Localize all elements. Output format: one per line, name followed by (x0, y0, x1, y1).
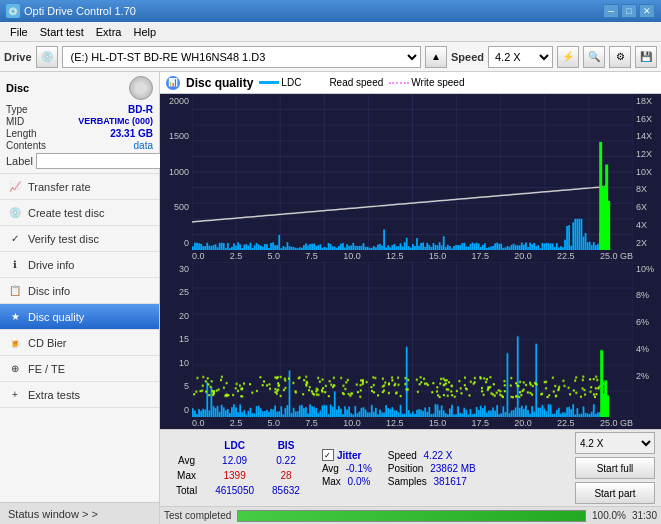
fe-te-label: FE / TE (28, 363, 65, 375)
stats-table: LDC BIS Avg 12.09 0.22 Max 1399 (166, 437, 310, 499)
sidebar-item-disc-info[interactable]: 📋 Disc info (0, 278, 159, 304)
start-full-button[interactable]: Start full (575, 457, 655, 479)
jitter-max-label: Max (322, 476, 341, 487)
create-test-disc-label: Create test disc (28, 207, 104, 219)
progress-percent: 100.0% (592, 510, 626, 521)
start-part-button[interactable]: Start part (575, 482, 655, 504)
chart-header: 📊 Disc quality LDC Read speed Write spee… (160, 72, 661, 94)
speed-label: Speed (451, 51, 484, 63)
bottom-chart-wrapper: 30 25 20 15 10 5 0 10% 8% 6% (160, 262, 661, 418)
chart-icon: 📊 (166, 76, 180, 90)
jitter-label: Jitter (337, 450, 361, 461)
maximize-button[interactable]: □ (621, 4, 637, 18)
status-text: Test completed (164, 510, 231, 521)
position-value: 23862 MB (430, 463, 476, 474)
left-panel: Disc Type BD-R MID VERBATIMc (000) Lengt… (0, 72, 160, 524)
menu-help[interactable]: Help (127, 25, 162, 39)
cd-bier-label: CD Bier (28, 337, 67, 349)
disc-label-input[interactable] (36, 153, 169, 169)
sidebar-item-verify-test-disc[interactable]: ✓ Verify test disc (0, 226, 159, 252)
action-speed-dropdown[interactable]: 4.2 X (575, 432, 655, 454)
progress-section: Test completed 100.0% 31:30 (160, 506, 661, 524)
extra-tests-label: Extra tests (28, 389, 80, 401)
right-panel: 📊 Disc quality LDC Read speed Write spee… (160, 72, 661, 524)
top-chart-y-axis-left: 2000 1500 1000 500 0 (160, 94, 192, 250)
extra-tests-icon: + (8, 388, 22, 402)
menu-bar: File Start test Extra Help (0, 22, 661, 42)
write-speed-legend: Write speed (389, 77, 464, 88)
speed-select[interactable]: 4.2 X (488, 46, 553, 68)
speed-info: Speed 4.22 X Position 23862 MB Samples 3… (388, 450, 476, 487)
contents-value: data (134, 140, 153, 151)
app-icon: 💿 (6, 4, 20, 18)
speed-btn[interactable]: ⚡ (557, 46, 579, 68)
top-chart-wrapper: 2000 1500 1000 500 0 18X 16X 14X 12X (160, 94, 661, 250)
avg-bis: 0.22 (264, 454, 308, 467)
jitter-avg-label: Avg (322, 463, 339, 474)
bottom-chart-x-axis: 0.02.55.07.5 10.012.515.017.5 20.022.525… (160, 417, 661, 429)
chart-title: Disc quality (186, 76, 253, 90)
samples-row: Samples 381617 (388, 476, 476, 487)
total-bis: 85632 (264, 484, 308, 497)
speed-row: Speed 4.22 X (388, 450, 476, 461)
main-layout: Disc Type BD-R MID VERBATIMc (000) Lengt… (0, 72, 661, 524)
avg-label: Avg (168, 454, 205, 467)
jitter-checkbox[interactable]: ✓ (322, 449, 334, 461)
sidebar-item-transfer-rate[interactable]: 📈 Transfer rate (0, 174, 159, 200)
speed-key: Speed (388, 450, 417, 461)
disc-info-icon: 📋 (8, 284, 22, 298)
stats-max-row: Max 1399 28 (168, 469, 308, 482)
drive-select[interactable]: (E:) HL-DT-ST BD-RE WH16NS48 1.D3 (62, 46, 421, 68)
fe-te-icon: ⊕ (8, 362, 22, 376)
sidebar-item-extra-tests[interactable]: + Extra tests (0, 382, 159, 408)
disc-section: Disc Type BD-R MID VERBATIMc (000) Lengt… (0, 72, 159, 174)
drive-info-icon: ℹ (8, 258, 22, 272)
sidebar-item-cd-bier[interactable]: 🍺 CD Bier (0, 330, 159, 356)
action-buttons: 4.2 X Start full Start part (575, 432, 655, 504)
app-title: Opti Drive Control 1.70 (24, 5, 136, 17)
avg-ldc: 12.09 (207, 454, 262, 467)
disc-quality-icon: ★ (8, 310, 22, 324)
bottom-chart-y-axis-right: 10% 8% 6% 4% 2% (633, 262, 661, 418)
type-value: BD-R (128, 104, 153, 115)
max-bis: 28 (264, 469, 308, 482)
minimize-button[interactable]: ─ (603, 4, 619, 18)
create-test-disc-icon: 💿 (8, 206, 22, 220)
bottom-chart-y-axis-left: 30 25 20 15 10 5 0 (160, 262, 192, 418)
stats-avg-row: Avg 12.09 0.22 (168, 454, 308, 467)
eject-button[interactable]: ▲ (425, 46, 447, 68)
stats-total-row: Total 4615050 85632 (168, 484, 308, 497)
settings-btn[interactable]: ⚙ (609, 46, 631, 68)
sidebar-item-drive-info[interactable]: ℹ Drive info (0, 252, 159, 278)
stats-col-bis: BIS (264, 439, 308, 452)
samples-key: Samples (388, 476, 427, 487)
type-label: Type (6, 104, 28, 115)
drive-icon-btn[interactable]: 💿 (36, 46, 58, 68)
status-window-button[interactable]: Status window > > (0, 502, 159, 524)
top-chart-x-axis: 0.02.55.07.5 10.012.515.017.5 20.022.525… (160, 250, 661, 262)
top-chart-y-axis-right: 18X 16X 14X 12X 10X 8X 6X 4X 2X (633, 94, 661, 250)
disc-quality-label: Disc quality (28, 311, 84, 323)
save-btn[interactable]: 💾 (635, 46, 657, 68)
scan-btn[interactable]: 🔍 (583, 46, 605, 68)
mid-label: MID (6, 116, 24, 127)
ldc-legend: LDC (259, 77, 301, 88)
menu-start-test[interactable]: Start test (34, 25, 90, 39)
jitter-avg-row: Avg -0.1% (322, 463, 372, 474)
menu-file[interactable]: File (4, 25, 34, 39)
sidebar-item-disc-quality[interactable]: ★ Disc quality (0, 304, 159, 330)
close-button[interactable]: ✕ (639, 4, 655, 18)
window-controls: ─ □ ✕ (603, 4, 655, 18)
read-speed-legend-label: Read speed (329, 77, 383, 88)
samples-value: 381617 (434, 476, 467, 487)
bottom-chart-inner (192, 262, 633, 418)
length-label: Length (6, 128, 37, 139)
read-speed-legend: Read speed (307, 77, 383, 88)
disc-graphic (129, 76, 153, 100)
contents-label: Contents (6, 140, 46, 151)
ldc-legend-label: LDC (281, 77, 301, 88)
menu-extra[interactable]: Extra (90, 25, 128, 39)
sidebar-item-create-test-disc[interactable]: 💿 Create test disc (0, 200, 159, 226)
sidebar-item-fe-te[interactable]: ⊕ FE / TE (0, 356, 159, 382)
drive-bar: Drive 💿 (E:) HL-DT-ST BD-RE WH16NS48 1.D… (0, 42, 661, 72)
